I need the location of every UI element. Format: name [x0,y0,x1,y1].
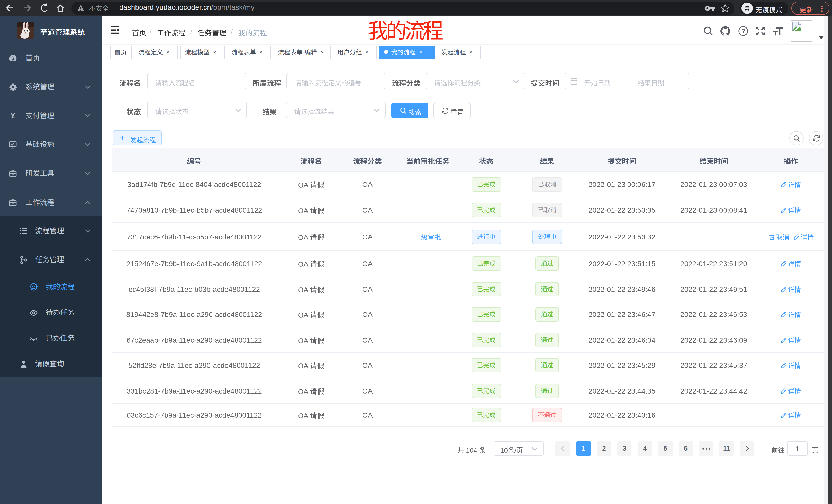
svg-text:?: ? [741,27,745,34]
svg-text:¥: ¥ [10,111,15,120]
